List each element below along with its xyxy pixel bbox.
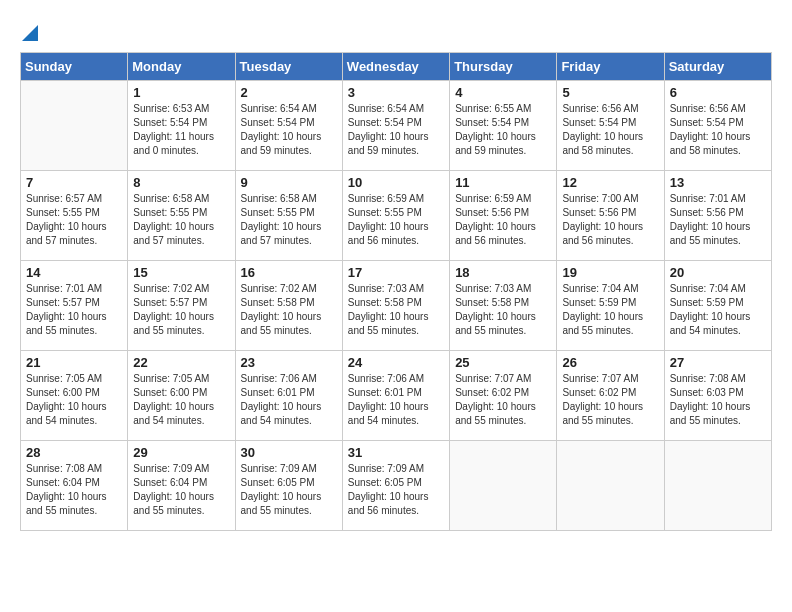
day-of-week-header: Saturday [664, 53, 771, 81]
day-number: 7 [26, 175, 122, 190]
day-number: 22 [133, 355, 229, 370]
day-info: Sunrise: 7:03 AM Sunset: 5:58 PM Dayligh… [455, 282, 551, 338]
calendar-cell: 31Sunrise: 7:09 AM Sunset: 6:05 PM Dayli… [342, 441, 449, 531]
day-info: Sunrise: 7:05 AM Sunset: 6:00 PM Dayligh… [133, 372, 229, 428]
day-info: Sunrise: 6:53 AM Sunset: 5:54 PM Dayligh… [133, 102, 229, 158]
day-info: Sunrise: 6:54 AM Sunset: 5:54 PM Dayligh… [241, 102, 337, 158]
day-number: 1 [133, 85, 229, 100]
day-number: 13 [670, 175, 766, 190]
calendar-cell: 4Sunrise: 6:55 AM Sunset: 5:54 PM Daylig… [450, 81, 557, 171]
day-number: 9 [241, 175, 337, 190]
calendar-cell: 9Sunrise: 6:58 AM Sunset: 5:55 PM Daylig… [235, 171, 342, 261]
calendar-week-row: 28Sunrise: 7:08 AM Sunset: 6:04 PM Dayli… [21, 441, 772, 531]
day-info: Sunrise: 7:09 AM Sunset: 6:05 PM Dayligh… [348, 462, 444, 518]
calendar-cell: 26Sunrise: 7:07 AM Sunset: 6:02 PM Dayli… [557, 351, 664, 441]
calendar-cell: 1Sunrise: 6:53 AM Sunset: 5:54 PM Daylig… [128, 81, 235, 171]
calendar-cell: 7Sunrise: 6:57 AM Sunset: 5:55 PM Daylig… [21, 171, 128, 261]
calendar-cell: 10Sunrise: 6:59 AM Sunset: 5:55 PM Dayli… [342, 171, 449, 261]
calendar-cell [557, 441, 664, 531]
calendar-week-row: 21Sunrise: 7:05 AM Sunset: 6:00 PM Dayli… [21, 351, 772, 441]
day-number: 5 [562, 85, 658, 100]
calendar-cell: 21Sunrise: 7:05 AM Sunset: 6:00 PM Dayli… [21, 351, 128, 441]
calendar-cell: 20Sunrise: 7:04 AM Sunset: 5:59 PM Dayli… [664, 261, 771, 351]
calendar-cell: 17Sunrise: 7:03 AM Sunset: 5:58 PM Dayli… [342, 261, 449, 351]
day-number: 15 [133, 265, 229, 280]
day-number: 27 [670, 355, 766, 370]
day-number: 20 [670, 265, 766, 280]
calendar-cell: 23Sunrise: 7:06 AM Sunset: 6:01 PM Dayli… [235, 351, 342, 441]
day-info: Sunrise: 7:08 AM Sunset: 6:03 PM Dayligh… [670, 372, 766, 428]
day-of-week-header: Thursday [450, 53, 557, 81]
day-info: Sunrise: 7:02 AM Sunset: 5:57 PM Dayligh… [133, 282, 229, 338]
day-of-week-header: Sunday [21, 53, 128, 81]
calendar-cell: 18Sunrise: 7:03 AM Sunset: 5:58 PM Dayli… [450, 261, 557, 351]
day-info: Sunrise: 6:58 AM Sunset: 5:55 PM Dayligh… [133, 192, 229, 248]
day-info: Sunrise: 7:07 AM Sunset: 6:02 PM Dayligh… [562, 372, 658, 428]
day-number: 25 [455, 355, 551, 370]
day-number: 26 [562, 355, 658, 370]
day-number: 31 [348, 445, 444, 460]
calendar-table: SundayMondayTuesdayWednesdayThursdayFrid… [20, 52, 772, 531]
day-number: 24 [348, 355, 444, 370]
calendar-cell: 8Sunrise: 6:58 AM Sunset: 5:55 PM Daylig… [128, 171, 235, 261]
day-info: Sunrise: 6:56 AM Sunset: 5:54 PM Dayligh… [562, 102, 658, 158]
day-of-week-header: Friday [557, 53, 664, 81]
day-number: 21 [26, 355, 122, 370]
day-of-week-header: Tuesday [235, 53, 342, 81]
day-number: 29 [133, 445, 229, 460]
calendar-week-row: 1Sunrise: 6:53 AM Sunset: 5:54 PM Daylig… [21, 81, 772, 171]
day-info: Sunrise: 7:01 AM Sunset: 5:56 PM Dayligh… [670, 192, 766, 248]
svg-marker-0 [22, 25, 38, 41]
day-info: Sunrise: 7:01 AM Sunset: 5:57 PM Dayligh… [26, 282, 122, 338]
day-info: Sunrise: 7:03 AM Sunset: 5:58 PM Dayligh… [348, 282, 444, 338]
calendar-cell: 5Sunrise: 6:56 AM Sunset: 5:54 PM Daylig… [557, 81, 664, 171]
day-number: 2 [241, 85, 337, 100]
day-number: 6 [670, 85, 766, 100]
day-info: Sunrise: 7:09 AM Sunset: 6:05 PM Dayligh… [241, 462, 337, 518]
calendar-cell [664, 441, 771, 531]
calendar-cell: 13Sunrise: 7:01 AM Sunset: 5:56 PM Dayli… [664, 171, 771, 261]
day-number: 18 [455, 265, 551, 280]
day-info: Sunrise: 7:07 AM Sunset: 6:02 PM Dayligh… [455, 372, 551, 428]
calendar-cell: 24Sunrise: 7:06 AM Sunset: 6:01 PM Dayli… [342, 351, 449, 441]
day-number: 30 [241, 445, 337, 460]
calendar-cell: 16Sunrise: 7:02 AM Sunset: 5:58 PM Dayli… [235, 261, 342, 351]
day-info: Sunrise: 7:04 AM Sunset: 5:59 PM Dayligh… [562, 282, 658, 338]
day-info: Sunrise: 6:57 AM Sunset: 5:55 PM Dayligh… [26, 192, 122, 248]
day-number: 28 [26, 445, 122, 460]
day-number: 23 [241, 355, 337, 370]
calendar-cell: 22Sunrise: 7:05 AM Sunset: 6:00 PM Dayli… [128, 351, 235, 441]
calendar-week-row: 7Sunrise: 6:57 AM Sunset: 5:55 PM Daylig… [21, 171, 772, 261]
calendar-cell: 30Sunrise: 7:09 AM Sunset: 6:05 PM Dayli… [235, 441, 342, 531]
calendar-cell: 2Sunrise: 6:54 AM Sunset: 5:54 PM Daylig… [235, 81, 342, 171]
day-number: 17 [348, 265, 444, 280]
day-number: 14 [26, 265, 122, 280]
day-of-week-header: Monday [128, 53, 235, 81]
logo [20, 20, 38, 42]
day-info: Sunrise: 7:05 AM Sunset: 6:00 PM Dayligh… [26, 372, 122, 428]
calendar-cell: 19Sunrise: 7:04 AM Sunset: 5:59 PM Dayli… [557, 261, 664, 351]
day-info: Sunrise: 6:58 AM Sunset: 5:55 PM Dayligh… [241, 192, 337, 248]
calendar-cell: 29Sunrise: 7:09 AM Sunset: 6:04 PM Dayli… [128, 441, 235, 531]
day-number: 11 [455, 175, 551, 190]
day-info: Sunrise: 6:55 AM Sunset: 5:54 PM Dayligh… [455, 102, 551, 158]
day-number: 8 [133, 175, 229, 190]
day-info: Sunrise: 7:04 AM Sunset: 5:59 PM Dayligh… [670, 282, 766, 338]
day-number: 4 [455, 85, 551, 100]
calendar-cell: 27Sunrise: 7:08 AM Sunset: 6:03 PM Dayli… [664, 351, 771, 441]
calendar-cell: 15Sunrise: 7:02 AM Sunset: 5:57 PM Dayli… [128, 261, 235, 351]
day-info: Sunrise: 7:08 AM Sunset: 6:04 PM Dayligh… [26, 462, 122, 518]
calendar-cell [21, 81, 128, 171]
day-info: Sunrise: 6:59 AM Sunset: 5:56 PM Dayligh… [455, 192, 551, 248]
day-info: Sunrise: 7:09 AM Sunset: 6:04 PM Dayligh… [133, 462, 229, 518]
calendar-cell: 3Sunrise: 6:54 AM Sunset: 5:54 PM Daylig… [342, 81, 449, 171]
calendar-cell [450, 441, 557, 531]
day-number: 16 [241, 265, 337, 280]
day-info: Sunrise: 7:02 AM Sunset: 5:58 PM Dayligh… [241, 282, 337, 338]
calendar-cell: 25Sunrise: 7:07 AM Sunset: 6:02 PM Dayli… [450, 351, 557, 441]
day-of-week-header: Wednesday [342, 53, 449, 81]
calendar-cell: 28Sunrise: 7:08 AM Sunset: 6:04 PM Dayli… [21, 441, 128, 531]
calendar-week-row: 14Sunrise: 7:01 AM Sunset: 5:57 PM Dayli… [21, 261, 772, 351]
calendar-cell: 11Sunrise: 6:59 AM Sunset: 5:56 PM Dayli… [450, 171, 557, 261]
day-info: Sunrise: 6:56 AM Sunset: 5:54 PM Dayligh… [670, 102, 766, 158]
